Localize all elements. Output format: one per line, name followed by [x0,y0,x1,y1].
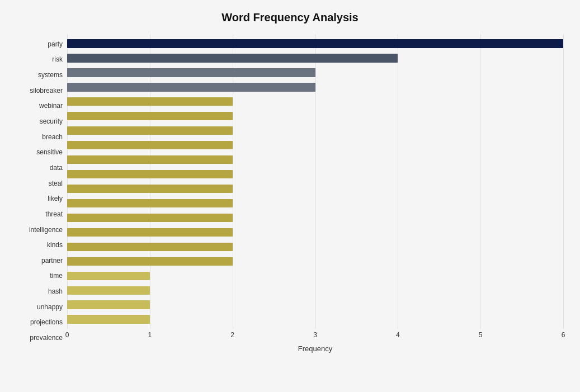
bar [67,170,233,178]
x-tick: 2 [230,331,234,339]
y-label: silobreaker [30,87,63,94]
y-label: data [50,164,63,171]
x-tick: 0 [65,331,69,339]
bar-row [67,283,563,297]
bar [67,300,150,309]
bar-row [67,312,563,327]
bar [67,54,398,62]
y-label: threat [45,211,63,218]
y-label: hash [48,288,63,295]
bar [67,185,233,193]
grid-line [563,34,564,329]
bar-row [67,51,563,65]
bar [67,97,233,106]
chart-container: Word Frequency Analysis partyrisksystems… [0,0,580,392]
bar-row [67,297,563,312]
bars-wrapper [67,34,563,329]
bar-row [67,225,563,239]
bar [67,228,233,237]
y-label: webinar [39,102,63,109]
y-label: partner [41,257,63,264]
bar-row [67,167,563,182]
y-label: prevalence [30,334,63,341]
x-tick: 6 [562,331,565,339]
y-label: kinds [47,242,63,248]
grid-and-bars [67,34,563,329]
y-label: projections [30,319,63,325]
x-axis-label: Frequency [67,344,563,353]
bar-row [67,268,563,283]
y-label: sensitive [36,149,63,155]
bar [67,272,150,280]
y-label: intelligence [29,226,63,233]
y-label: systems [38,72,63,78]
x-tick: 3 [313,331,317,339]
y-label: risk [52,56,63,63]
bar [67,214,233,222]
bar-row [67,80,563,95]
bar [67,39,563,48]
bar [67,126,233,135]
x-axis: 0123456 Frequency [67,331,563,348]
bar-row [67,239,563,254]
bar [67,286,150,295]
y-label: steal [49,180,63,187]
bar-row [67,254,563,268]
bar [67,315,150,323]
bar [67,141,233,149]
bar [67,243,233,251]
bar-row [67,124,563,138]
bar-row [67,109,563,124]
bar [67,199,233,207]
bar [67,112,233,120]
chart-title: Word Frequency Analysis [17,11,563,24]
bar [67,68,315,77]
x-tick: 5 [479,331,483,339]
y-label: time [50,272,63,279]
bar-row [67,95,563,109]
bar [67,257,233,266]
x-tick: 1 [148,331,152,339]
bar-row [67,138,563,153]
y-label: breach [42,134,63,140]
bar-row [67,182,563,196]
bar-row [67,153,563,167]
bar-row [67,210,563,225]
y-label: security [40,118,63,125]
bar-row [67,196,563,210]
y-label: party [48,41,63,48]
bar [67,155,233,164]
y-label: likely [48,195,63,202]
bar-row [67,65,563,80]
x-tick: 4 [396,331,400,339]
y-axis: partyrisksystemssilobreakerwebinarsecuri… [17,34,67,348]
y-label: unhappy [37,304,63,310]
plot-area: 0123456 Frequency [67,34,563,348]
chart-area: partyrisksystemssilobreakerwebinarsecuri… [17,34,563,348]
bar [67,83,315,91]
bar-row [67,36,563,51]
